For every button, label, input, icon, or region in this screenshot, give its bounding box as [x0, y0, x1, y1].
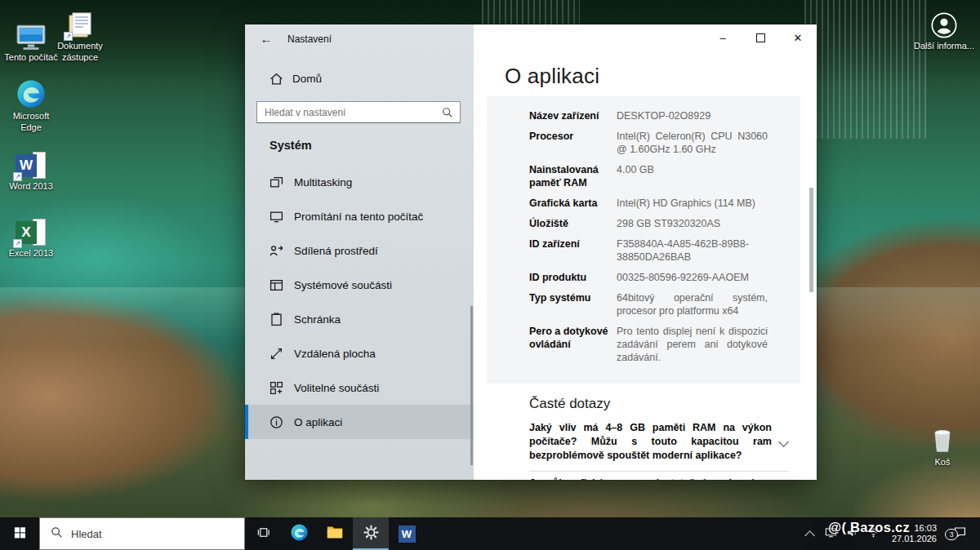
minimize-button[interactable]: –	[704, 24, 742, 51]
sidebar-home-label: Domů	[292, 73, 322, 85]
start-button[interactable]	[0, 517, 39, 550]
back-button[interactable]: ←	[256, 30, 276, 47]
taskbar-file-explorer-button[interactable]	[317, 517, 353, 550]
sidebar-item-system-components[interactable]: Systémové součásti	[245, 268, 474, 302]
maximize-button[interactable]	[742, 24, 779, 51]
edge-icon	[16, 78, 47, 109]
sidebar-section-title: Systém	[270, 139, 312, 152]
faq-section: Časté dotazy Jaký vliv má 4–8 GB paměti …	[487, 396, 800, 480]
desktop-icon-edge[interactable]: Microsoft Edge	[2, 78, 60, 134]
word-icon: W ↗	[15, 149, 47, 180]
sidebar-item-label: Schránka	[294, 313, 341, 326]
desktop-icon-label: Dokumenty zástupce	[51, 41, 109, 64]
sidebar-item-project-to-pc[interactable]: Promítání na tento počítač	[245, 199, 474, 233]
sidebar-item-home[interactable]: Domů	[270, 70, 322, 86]
taskbar-edge-button[interactable]	[281, 517, 317, 550]
spec-row: Úložiště 298 GB ST9320320AS	[529, 217, 768, 230]
desktop-icon-label: Koš	[935, 457, 951, 468]
content-scrollbar-thumb[interactable]	[809, 188, 813, 292]
desktop-icon-label: Microsoft Edge	[2, 111, 60, 134]
spec-label: Název zařízení	[529, 109, 608, 122]
chevron-down-icon	[778, 437, 789, 447]
recycle-bin-icon	[929, 424, 956, 455]
home-icon	[270, 72, 283, 86]
taskbar-settings-button[interactable]	[353, 517, 389, 550]
sidebar-item-about[interactable]: O aplikaci	[245, 405, 474, 439]
action-center-button[interactable]: 3	[944, 526, 975, 543]
spec-label: Typ systému	[529, 291, 608, 317]
excel-icon: X ↗	[15, 215, 47, 246]
spec-row: Pero a dotykové ovládání Pro tento displ…	[529, 325, 768, 364]
chevron-up-icon	[805, 530, 816, 541]
tray-expand-button[interactable]	[800, 517, 821, 550]
page-title: O aplikaci	[505, 64, 599, 89]
faq-item[interactable]: Jaký vliv má 4–8 GB paměti RAM na výkon …	[529, 421, 789, 463]
edge-icon	[290, 523, 309, 545]
spec-row: Procesor Intel(R) Celeron(R) CPU N3060 @…	[529, 130, 768, 156]
taskbar-search[interactable]: Hledat	[39, 517, 245, 550]
sidebar-item-optional-features[interactable]: Volitelné součásti	[245, 370, 474, 405]
sidebar-item-label: O aplikaci	[294, 416, 342, 428]
clock-time: 16:03	[914, 523, 937, 534]
desktop-icon-more-info[interactable]: Další informa...	[911, 8, 977, 52]
spec-row: Typ systému 64bitový operační systém, pr…	[529, 291, 768, 317]
waterfall-decoration	[804, 0, 927, 139]
remote-desktop-icon	[270, 347, 283, 361]
search-icon	[51, 526, 63, 542]
task-view-icon	[256, 526, 270, 543]
screen: Tento počítač ↗ Dokumenty zástupce	[0, 0, 980, 550]
spec-label: Úložiště	[529, 217, 608, 230]
shortcut-arrow-icon: ↗	[13, 239, 22, 248]
sidebar-item-shared-experiences[interactable]: Sdílená prostředí	[245, 233, 474, 268]
sidebar-item-label: Sdílená prostředí	[294, 245, 378, 257]
gear-icon	[363, 524, 380, 544]
desktop-icon-documents[interactable]: ↗ Dokumenty zástupce	[51, 8, 109, 64]
sidebar-item-label: Vzdálená plocha	[294, 348, 376, 360]
desktop-icon-label: Tento počítač	[4, 52, 57, 64]
spec-row: ID produktu 00325-80596-92269-AAOEM	[529, 271, 768, 284]
faq-question: Jaký vliv má 4–8 GB paměti RAM na výkon …	[529, 421, 772, 463]
settings-search-input[interactable]	[257, 107, 442, 118]
desktop-icon-recycle-bin[interactable]: Koš	[913, 424, 972, 468]
settings-sidebar: ← Nastavení Domů Systém	[245, 24, 474, 480]
settings-window: ← Nastavení Domů Systém	[245, 24, 817, 480]
desktop-icon-word[interactable]: W ↗ Word 2013	[2, 149, 60, 193]
spec-value: 298 GB ST9320320AS	[617, 217, 768, 230]
spec-row: Název zařízení DESKTOP-02O8929	[529, 109, 768, 122]
shortcut-arrow-icon: ↗	[64, 32, 73, 41]
sidebar-item-remote-desktop[interactable]: Vzdálená plocha	[245, 336, 474, 370]
spec-label: Procesor	[529, 130, 608, 156]
shared-experiences-icon	[270, 244, 283, 258]
windows-logo-icon	[13, 526, 27, 543]
device-specs-panel: Název zařízení DESKTOP-02O8929 Procesor …	[487, 96, 800, 384]
desktop-icon-excel[interactable]: X ↗ Excel 2013	[2, 215, 60, 259]
window-title: Nastavení	[287, 33, 332, 45]
sidebar-scrollbar-thumb[interactable]	[470, 306, 473, 465]
spec-value: 4.00 GB	[617, 163, 768, 189]
project-to-pc-icon	[270, 210, 283, 224]
multitasking-icon	[270, 175, 283, 189]
spec-row: Nainstalovaná paměť RAM 4.00 GB	[529, 163, 768, 189]
task-view-button[interactable]	[245, 517, 281, 550]
desktop-icon-label: Další informa...	[914, 41, 974, 52]
divider	[529, 471, 789, 472]
clipboard-icon	[270, 313, 283, 326]
settings-search-box[interactable]	[256, 101, 461, 123]
spec-value: Pro tento displej není k dispozici zadáv…	[617, 325, 768, 364]
sidebar-item-clipboard[interactable]: Schránka	[245, 302, 474, 336]
taskbar-word-button[interactable]: W	[389, 517, 425, 550]
word-icon: W	[399, 526, 416, 543]
taskbar-search-placeholder: Hledat	[71, 528, 102, 540]
sidebar-item-multitasking[interactable]: Multitasking	[245, 165, 474, 199]
sidebar-item-label: Volitelné součásti	[294, 382, 379, 394]
system-components-icon	[270, 278, 283, 292]
faq-item[interactable]: Je můj grafický procesor dostatečný pro …	[529, 477, 789, 480]
faq-question: Je můj grafický procesor dostatečný pro …	[529, 477, 789, 480]
spec-label: Nainstalovaná paměť RAM	[529, 163, 608, 189]
desktop-icon-label: Word 2013	[9, 181, 53, 193]
close-button[interactable]: ✕	[779, 24, 817, 51]
spec-label: ID produktu	[529, 271, 608, 284]
sidebar-nav: Multitasking Promítání na tento počítač …	[245, 165, 474, 439]
spec-value: 00325-80596-92269-AAOEM	[617, 271, 768, 284]
photo-watermark: @( Bazos.cz	[828, 520, 910, 535]
